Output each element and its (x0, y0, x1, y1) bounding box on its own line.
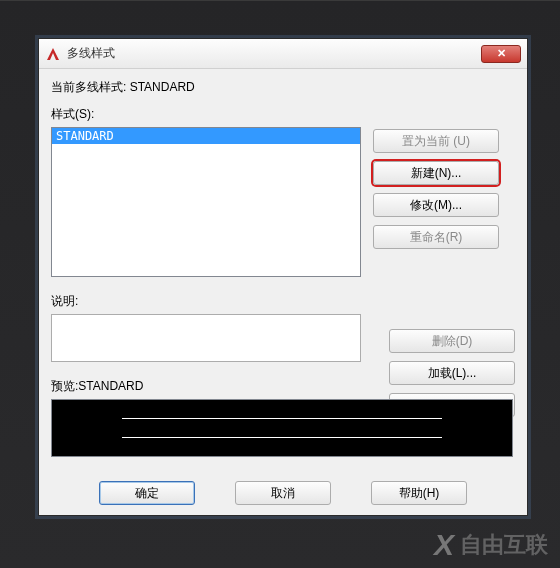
titlebar: 多线样式 ✕ (39, 39, 527, 69)
watermark-x-icon: X (434, 528, 454, 562)
styles-label: 样式(S): (51, 106, 515, 123)
watermark-text: 自由互联 (460, 530, 548, 560)
rename-button[interactable]: 重命名(R) (373, 225, 499, 249)
help-button[interactable]: 帮助(H) (371, 481, 467, 505)
current-style-label: 当前多线样式: STANDARD (51, 79, 515, 96)
preview-line-bottom (122, 437, 442, 438)
modify-button[interactable]: 修改(M)... (373, 193, 499, 217)
app-icon (45, 46, 61, 62)
window-title: 多线样式 (67, 45, 115, 62)
styles-listbox[interactable]: STANDARD (51, 127, 361, 277)
dialog-multiline-style: 多线样式 ✕ 当前多线样式: STANDARD 样式(S): STANDARD … (38, 38, 528, 516)
new-button[interactable]: 新建(N)... (373, 161, 499, 185)
cancel-button[interactable]: 取消 (235, 481, 331, 505)
description-label: 说明: (51, 293, 361, 310)
preview-box (51, 399, 513, 457)
description-textbox[interactable] (51, 314, 361, 362)
watermark: X 自由互联 (434, 528, 548, 562)
load-button[interactable]: 加载(L)... (389, 361, 515, 385)
ok-button[interactable]: 确定 (99, 481, 195, 505)
delete-button[interactable]: 删除(D) (389, 329, 515, 353)
list-item[interactable]: STANDARD (52, 128, 360, 144)
close-button[interactable]: ✕ (481, 45, 521, 63)
dialog-body: 当前多线样式: STANDARD 样式(S): STANDARD 置为当前 (U… (39, 69, 527, 515)
close-icon: ✕ (497, 47, 506, 60)
set-current-button[interactable]: 置为当前 (U) (373, 129, 499, 153)
preview-line-top (122, 418, 442, 419)
